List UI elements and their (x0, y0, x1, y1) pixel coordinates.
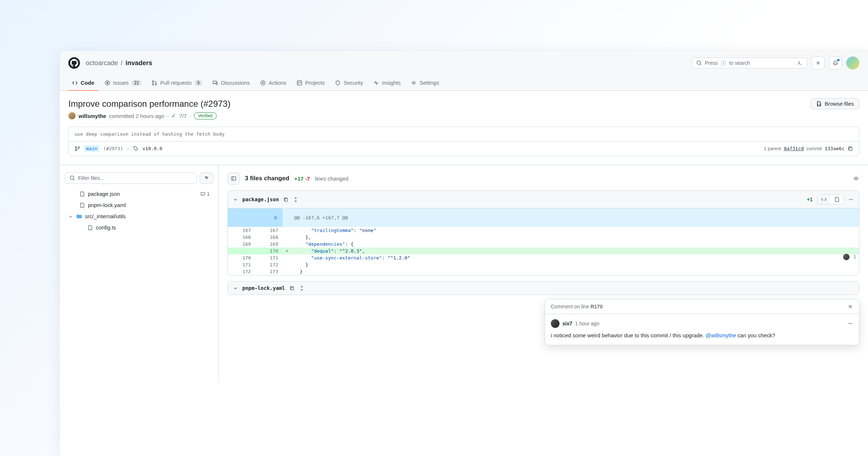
diff-line[interactable]: 168168 }, (228, 234, 859, 241)
pr-ref[interactable]: (#2973) (103, 146, 123, 151)
expand-icon[interactable] (299, 286, 305, 291)
diff-line[interactable]: 170171 "use-sync-external-store": "^1.2.… (228, 254, 859, 261)
diff-pane: 3 files changed +17 -7 lines changed pac… (219, 165, 868, 382)
kebab-icon[interactable] (847, 321, 853, 326)
comment-mention[interactable]: @willsmythe (706, 332, 736, 338)
tab-insights[interactable]: Insights (370, 75, 404, 91)
old-line-number: 167 (228, 227, 255, 234)
new-line-number: 167 (255, 227, 283, 234)
tree-file-item[interactable]: package.json 1 (65, 188, 213, 199)
breadcrumb-repo[interactable]: invaders (125, 59, 152, 67)
comment-popup: Comment on line R170 six7 1 hour ago i n… (545, 299, 859, 345)
diff-marker (282, 254, 291, 261)
filter-options-button[interactable] (200, 172, 213, 184)
code-content: } (291, 268, 859, 275)
code-icon (821, 197, 827, 202)
code-icon (72, 80, 78, 86)
tab-code-label: Code (81, 80, 94, 86)
new-line-number: 171 (255, 254, 283, 261)
hunk-text: @@ -167,6 +167,7 @@ (291, 208, 859, 227)
tree-file-item[interactable]: pnpm-lock.yaml (65, 199, 213, 211)
kebab-icon[interactable] (848, 197, 854, 202)
tree-comment-count: 1 (207, 191, 210, 197)
close-icon[interactable] (847, 304, 853, 309)
source-view-button[interactable] (817, 195, 830, 204)
breadcrumb-org[interactable]: octoarcade (86, 59, 118, 67)
expand-icon[interactable] (293, 197, 298, 202)
rendered-view-button[interactable] (830, 195, 843, 204)
toggle-tree-button[interactable] (227, 172, 240, 185)
parent-hash[interactable]: 8af31cd (784, 146, 804, 151)
tab-insights-label: Insights (382, 80, 401, 86)
svg-point-3 (152, 81, 154, 82)
code-content: "use-sync-external-store": "^1.2.0" (291, 254, 859, 261)
commenter-name[interactable]: six7 (562, 321, 572, 326)
commenter-avatar[interactable] (551, 319, 559, 328)
copy-icon[interactable] (289, 286, 295, 291)
diff-line[interactable]: 169169 "dependencies": { (228, 241, 859, 248)
new-line-number: 172 (255, 261, 283, 268)
svg-point-15 (207, 178, 208, 178)
diff-line[interactable]: 172173 } (228, 268, 859, 275)
diff-marker (282, 227, 291, 234)
tree-folder-item[interactable]: src/_internal/utils (65, 211, 213, 222)
tab-security[interactable]: Security (331, 75, 367, 91)
copy-icon[interactable] (847, 146, 853, 152)
tree-file-label: pnpm-lock.yaml (88, 202, 126, 208)
tab-issues[interactable]: Issues 21 (101, 75, 145, 91)
filter-row: Filter files... (65, 172, 213, 184)
tab-issues-label: Issues (113, 80, 129, 86)
author-avatar[interactable] (68, 112, 76, 119)
chevron-down-icon[interactable] (233, 286, 238, 291)
hunk-header[interactable]: @@ -167,6 +167,7 @@ (228, 208, 859, 227)
tab-code[interactable]: Code (68, 75, 98, 91)
diff-settings-button[interactable] (853, 175, 859, 182)
file-icon (79, 202, 85, 208)
diff-line[interactable]: 170+ "dequal": "^2.0.3", 1 (228, 248, 859, 254)
old-line-number: 171 (228, 261, 255, 268)
lines-changed-label: lines changed (315, 176, 349, 182)
branch-name[interactable]: main (84, 145, 99, 152)
browse-files-button[interactable]: Browse files (810, 98, 859, 109)
user-avatar[interactable] (846, 56, 859, 69)
chevron-down-icon[interactable] (233, 197, 238, 202)
tab-discussions-label: Discussions (221, 80, 250, 86)
svg-point-24 (850, 323, 851, 324)
svg-rect-22 (291, 287, 294, 290)
svg-point-4 (152, 84, 154, 85)
tab-actions[interactable]: Actions (256, 75, 290, 91)
tag-icon (133, 146, 139, 152)
search-input[interactable]: Press / to search (692, 58, 807, 68)
files-changed-count: 3 files changed (245, 175, 289, 182)
committed-time: committed 2 hours ago (109, 113, 165, 119)
diff-line[interactable]: 167167 "trailingComma": "none" (228, 227, 859, 234)
tree-file-item[interactable]: config.ts (65, 222, 213, 233)
code-content: }, (291, 234, 859, 241)
tab-projects[interactable]: Projects (293, 75, 328, 91)
lines-added: +17 (294, 176, 303, 182)
diff-line[interactable]: 171172 } (228, 261, 859, 268)
old-line-number: 168 (228, 234, 255, 241)
pulls-count: 3 (195, 80, 202, 86)
copy-icon[interactable] (283, 197, 289, 202)
diff-filename[interactable]: package.json (242, 197, 279, 202)
tab-pulls[interactable]: Pull requests 3 (148, 75, 205, 91)
search-suffix: to search (729, 60, 750, 66)
checks-count[interactable]: 7/7 (179, 113, 187, 119)
create-button[interactable] (812, 56, 825, 69)
commit-message: use deep comparison instead of hashing t… (69, 127, 859, 141)
tag-name[interactable]: v10.0.0 (142, 146, 162, 151)
filter-files-input[interactable]: Filter files... (65, 172, 197, 184)
tree-file-label: package.json (88, 191, 120, 197)
notifications-button[interactable] (829, 56, 842, 69)
author-name[interactable]: willsmythe (78, 113, 106, 119)
app-window: octoarcade / invaders Press / to search (60, 51, 868, 456)
tab-settings[interactable]: Settings (407, 75, 443, 91)
main-area: Filter files... package.json 1 (60, 165, 868, 382)
diff-file-header: package.json +1 (228, 191, 859, 208)
github-logo-icon[interactable] (68, 57, 80, 69)
diff-filename[interactable]: pnpm-lock.yaml (242, 285, 285, 291)
tab-discussions[interactable]: Discussions (209, 75, 254, 91)
commit-meta: willsmythe committed 2 hours ago · ✓ 7/7… (68, 112, 859, 119)
verified-badge[interactable]: Verified (194, 112, 216, 119)
